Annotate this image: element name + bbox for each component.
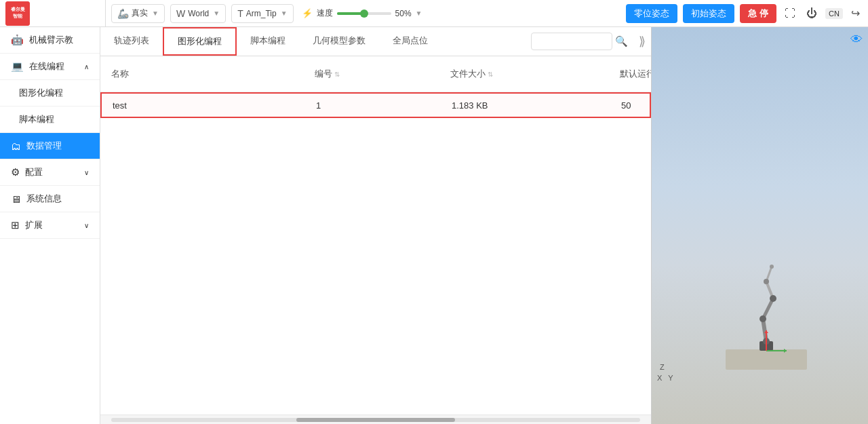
- data-mgmt-icon: 🗂: [11, 140, 21, 152]
- tab-graphic-prog[interactable]: 图形化编程: [163, 27, 237, 56]
- sidebar-label-script-prog: 脚本编程: [19, 113, 54, 126]
- eye-icon[interactable]: 👁: [850, 33, 863, 47]
- speed-dropdown[interactable]: ▼: [416, 9, 422, 17]
- speed-control: ⚡ 速度 50% ▼: [302, 7, 422, 19]
- mode-selector[interactable]: 🦾 真实 ▼: [111, 4, 165, 23]
- extend-arrow: ∨: [84, 222, 89, 229]
- world-icon: W: [176, 8, 185, 19]
- tip-selector[interactable]: T Arm_Tip ▼: [231, 4, 293, 23]
- sort-size-icon: ⇅: [488, 71, 493, 78]
- sidebar-item-script-prog[interactable]: 脚本编程: [0, 107, 100, 133]
- sidebar-item-graphic-prog[interactable]: 图形化编程: [0, 80, 100, 107]
- fullscreen-button[interactable]: ⛶: [782, 7, 798, 20]
- robot-teach-icon: 🤖: [11, 34, 24, 46]
- sidebar-item-online-prog[interactable]: 💻 在线编程 ∧: [0, 54, 100, 80]
- tip-arrow: ▼: [281, 9, 288, 17]
- logo-icon: 睿尔曼 智能: [5, 1, 30, 26]
- svg-line-6: [763, 298, 773, 319]
- col-name: 名称: [111, 62, 315, 86]
- search-area: 🔍: [531, 33, 633, 50]
- tip-label: Arm_Tip: [246, 9, 277, 18]
- col-number[interactable]: 编号 ⇅: [315, 62, 450, 86]
- sidebar-item-data-mgmt[interactable]: 🗂 数据管理: [0, 133, 100, 159]
- row-number: 1: [316, 100, 452, 111]
- topbar: 睿尔曼 智能 🦾 真实 ▼ W World ▼ T Arm_Tip ▼ ⚡ 速度…: [0, 0, 868, 27]
- table-header: 名称 编号 ⇅ 文件大小 ⇅ 默认运行速度 ⇅ 操作: [100, 56, 651, 92]
- collapse-button[interactable]: ⟫: [633, 34, 651, 49]
- axis-z: Z: [660, 362, 673, 372]
- search-icon[interactable]: 🔍: [615, 35, 628, 47]
- viewport-3d: 👁: [652, 27, 868, 424]
- tab-trajectory-list[interactable]: 轨迹列表: [100, 28, 163, 55]
- init-pose-button[interactable]: 初始姿态: [683, 4, 734, 23]
- mode-label: 真实: [132, 7, 148, 19]
- sidebar-item-extend[interactable]: ⊞ 扩展 ∨: [0, 212, 100, 239]
- extend-icon: ⊞: [11, 219, 20, 231]
- table-area: 名称 编号 ⇅ 文件大小 ⇅ 默认运行速度 ⇅ 操作: [100, 56, 651, 415]
- row-name: test: [113, 100, 316, 111]
- world-label: World: [188, 9, 209, 18]
- tab-global-points[interactable]: 全局点位: [379, 28, 441, 55]
- sidebar-label-robot-teach: 机械臂示教: [29, 34, 73, 46]
- sidebar-label-extend: 扩展: [25, 219, 43, 231]
- sysinfo-icon: 🖥: [11, 193, 21, 205]
- sidebar-label-graphic-prog: 图形化编程: [19, 87, 63, 99]
- tab-script-prog[interactable]: 脚本编程: [237, 28, 299, 55]
- robot-visualization: [726, 248, 807, 370]
- sidebar: 🤖 机械臂示教 💻 在线编程 ∧ 图形化编程 脚本编程 🗂 数据管理 ⚙ 配置 …: [0, 27, 100, 424]
- svg-point-10: [760, 315, 766, 322]
- mode-arrow: ▼: [152, 9, 159, 17]
- sidebar-item-robot-teach[interactable]: 🤖 机械臂示教: [0, 27, 100, 54]
- col-speed[interactable]: 默认运行速度 ⇅: [620, 62, 651, 86]
- power-button[interactable]: ⏻: [804, 7, 820, 20]
- search-input[interactable]: [531, 33, 612, 50]
- world-arrow: ▼: [213, 9, 220, 17]
- table-row[interactable]: test 1 1.183 KB 50 🗑 ✎ ⬇ ✏ ☆ ▶: [100, 92, 651, 118]
- row-size: 1.183 KB: [452, 100, 621, 111]
- sidebar-label-online-prog: 在线编程: [29, 60, 64, 73]
- speed-icon: ⚡: [302, 8, 313, 18]
- content-area: 轨迹列表 图形化编程 脚本编程 几何模型参数 全局点位 🔍 ⟫: [100, 27, 651, 424]
- tip-icon: T: [237, 8, 243, 19]
- logout-button[interactable]: ↪: [848, 7, 863, 20]
- config-arrow: ∨: [84, 169, 89, 176]
- main-layout: 🤖 机械臂示教 💻 在线编程 ∧ 图形化编程 脚本编程 🗂 数据管理 ⚙ 配置 …: [0, 27, 868, 424]
- viewport-panel: 👁: [651, 27, 868, 424]
- sidebar-item-config[interactable]: ⚙ 配置 ∨: [0, 159, 100, 186]
- scrollbar-thumb[interactable]: [296, 418, 455, 422]
- speed-label: 速度: [317, 7, 333, 19]
- svg-point-12: [764, 279, 769, 284]
- sidebar-item-sysinfo[interactable]: 🖥 系统信息: [0, 186, 100, 212]
- sort-number-icon: ⇅: [334, 71, 340, 78]
- config-icon: ⚙: [11, 166, 20, 178]
- svg-point-13: [770, 265, 774, 269]
- svg-text:睿尔曼: 睿尔曼: [11, 6, 26, 12]
- scrollbar-track[interactable]: [111, 418, 640, 422]
- scrollbar-area: [100, 415, 651, 424]
- world-selector[interactable]: W World ▼: [170, 4, 226, 23]
- speed-slider[interactable]: [337, 12, 391, 15]
- online-prog-icon: 💻: [11, 60, 24, 73]
- axis-xy: X Y: [657, 373, 673, 383]
- col-size[interactable]: 文件大小 ⇅: [450, 62, 620, 86]
- tab-geo-model[interactable]: 几何模型参数: [299, 28, 379, 55]
- speed-pct: 50%: [395, 9, 412, 18]
- row-speed: 50: [621, 100, 651, 111]
- lang-badge[interactable]: CN: [825, 8, 843, 19]
- axis-labels: Z X Y: [657, 362, 673, 383]
- tab-bar: 轨迹列表 图形化编程 脚本编程 几何模型参数 全局点位 🔍 ⟫: [100, 27, 651, 56]
- robot-icon: 🦾: [117, 8, 129, 19]
- sidebar-label-config: 配置: [25, 166, 43, 178]
- svg-rect-3: [726, 349, 807, 370]
- estop-button[interactable]: 急 停: [740, 4, 776, 23]
- logo: 睿尔曼 智能: [5, 0, 106, 26]
- svg-text:智能: 智能: [12, 13, 23, 18]
- online-prog-arrow: ∧: [84, 63, 89, 71]
- zero-pose-button[interactable]: 零位姿态: [626, 4, 677, 23]
- sidebar-label-sysinfo: 系统信息: [26, 193, 62, 205]
- svg-point-11: [770, 295, 776, 302]
- sidebar-label-data-mgmt: 数据管理: [26, 140, 62, 152]
